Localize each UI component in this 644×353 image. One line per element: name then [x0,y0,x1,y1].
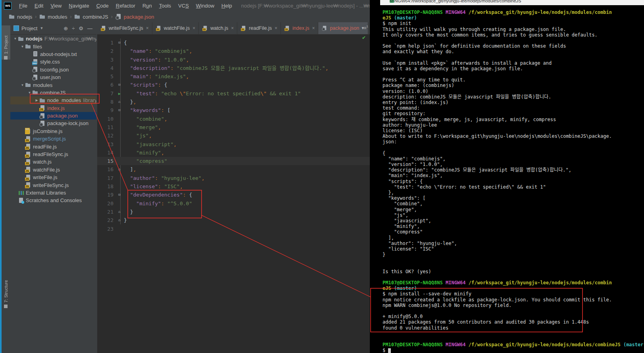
tree-item-external-libraries[interactable]: External Libraries [10,189,96,197]
terminal-title-bar[interactable]: MINGW64:/f/workspace_git/hyungju-lee/nod… [380,0,644,5]
breadcrumb-item-combinejs[interactable]: combineJS [74,14,108,20]
project-panel-title[interactable]: Project [21,25,37,31]
code-line-8[interactable]: 8⌂ }, [97,98,370,106]
code-area[interactable]: 1⊟{2 "name": "combinejs",3 "version": "1… [97,34,370,353]
collapse-all-icon[interactable]: ÷ [72,25,75,31]
chevron-down-icon[interactable]: ▼ [40,26,43,30]
tree-item-scratches-and-consoles[interactable]: Scratches and Consoles [10,197,96,204]
tree-item-readfile-js[interactable]: readFile.js [10,143,96,150]
terminal-window[interactable]: MINGW64:/f/workspace_git/hyungju-lee/nod… [370,0,644,353]
tree-item-style-css[interactable]: style.css [10,58,96,66]
tab-watchfile-js[interactable]: watchFile.js× [152,22,199,34]
breadcrumb-item-modules[interactable]: modules [39,14,67,20]
fold-close-icon[interactable]: ⌂ [116,98,123,106]
code-line-14[interactable]: 14 "minify", [97,149,370,157]
code-line-19[interactable]: 19⊟ "devDependencies": { [97,191,370,199]
menu-item-code[interactable]: Code [93,3,112,9]
hide-icon[interactable]: — [87,25,92,31]
tree-item-combinejs[interactable]: ▼combineJS [10,89,96,96]
settings-icon[interactable]: ⚙ [79,25,83,31]
tree-open-arrow-icon[interactable]: ▼ [20,83,25,87]
tree-item-package-json[interactable]: package.json [10,112,96,120]
tree-item-index-js[interactable]: index.js [10,104,96,112]
code-line-21[interactable]: 21⌂ } [97,208,370,216]
tree-item-watchfile-js[interactable]: watchFile.js [10,166,96,174]
code-line-15[interactable]: 15 "compress" [97,157,370,165]
menu-item-help[interactable]: Help [218,3,236,9]
tree-item-label: user.json [40,74,61,80]
code-line-16[interactable]: 16⌂ ], [97,165,370,174]
tool-tab-favorites[interactable]: Favorites [2,332,10,353]
tree-item-about-nodejs-txt[interactable]: about-nodejs.txt [10,50,96,58]
code-line-5[interactable]: 5 "main": "index.js", [97,72,370,81]
menu-item-refactor[interactable]: Refactor [112,3,139,9]
hidden-tabs-dropdown-icon[interactable]: ▾≡1 [362,25,368,31]
tree-item-mergescript-js[interactable]: mergeScript.js [10,135,96,143]
tab-package-json[interactable]: package.json× [318,22,368,34]
tree-closed-arrow-icon[interactable]: ▶ [34,98,39,102]
code-line-23[interactable]: 23 [97,225,370,233]
tree-item-files[interactable]: ▼files [10,42,96,50]
tree-item-jscombine-js[interactable]: jsCombine.js [10,127,96,135]
code-line-7[interactable]: 7▶ "test": "echo \"Error: no test specif… [97,89,370,98]
fold-open-icon[interactable]: ⊟ [116,39,123,47]
tree-item-node-modules[interactable]: ▶node_moduleslibrary ro [10,96,96,104]
code-line-12[interactable]: 12 "js", [97,131,370,140]
code-line-4[interactable]: 4 "description": "combineJS 모듈은 javascri… [97,64,370,72]
tree-item-readfilesync-js[interactable]: readFileSync.js [10,150,96,158]
gutter-run[interactable]: ▶ [116,89,123,98]
code-line-10[interactable]: 10 "combine", [97,115,370,123]
menu-item-vcs[interactable]: VCS [175,3,192,9]
menu-item-navigate[interactable]: Navigate [65,3,92,9]
code-line-11[interactable]: 11 "merge", [97,123,370,131]
fold-open-icon[interactable]: ⊟ [116,81,123,89]
menu-item-view[interactable]: View [47,3,65,9]
menu-item-run[interactable]: Run [139,3,156,9]
tree-item-user-json[interactable]: user.json [10,73,96,81]
menu-item-edit[interactable]: Edit [31,3,47,9]
tab-writefilesync-js[interactable]: writeFileSync.js× [97,22,152,34]
locate-icon[interactable]: ⊕ [63,25,68,31]
tree-item-watch-js[interactable]: watch.js [10,158,96,166]
terminal-line-5: It only covers the most common items, an… [383,32,642,38]
code-line-6[interactable]: 6⊟ "scripts": { [97,81,370,89]
menu-item-file[interactable]: File [15,3,31,9]
code-line-22[interactable]: 22⌂} [97,216,370,224]
tab-watch-js[interactable]: watch.js× [199,22,237,34]
code-line-3[interactable]: 3 "version": "1.0.0", [97,56,370,64]
code-line-17[interactable]: 17 "author": "hyungju-lee", [97,174,370,182]
close-icon[interactable]: × [231,25,234,31]
breadcrumb-item-package-json[interactable]: package.json [115,14,154,20]
menu-item-tools[interactable]: Tools [156,3,175,9]
tree-item-tsconfig-json[interactable]: tsconfig.json [10,66,96,73]
tree-open-arrow-icon[interactable]: ▼ [20,45,25,48]
menu-item-window[interactable]: Window [192,3,218,9]
tree-open-arrow-icon[interactable]: ▼ [13,37,18,41]
close-icon[interactable]: × [192,25,195,31]
fold-open-icon[interactable]: ⊟ [116,106,123,114]
fold-close-icon[interactable]: ⌂ [116,208,123,216]
fold-open-icon[interactable]: ⊟ [116,191,123,199]
code-line-13[interactable]: 13 "javascript", [97,140,370,149]
tree-open-arrow-icon[interactable]: ▼ [27,91,32,95]
tool-tab-project[interactable]: 1: Project [2,25,10,60]
tree-item-modules[interactable]: ▼modules [10,81,96,89]
code-line-1[interactable]: 1⊟{ [97,39,370,47]
tool-tab-structure[interactable]: 7: Structure [2,260,10,308]
code-line-2[interactable]: 2 "name": "combinejs", [97,47,370,55]
code-line-9[interactable]: 9⊟ "keywords": [ [97,106,370,114]
tab-index-js[interactable]: index.js× [281,22,318,34]
code-line-20[interactable]: 20 "minify": "^5.0.0" [97,199,370,208]
close-icon[interactable]: × [275,25,277,31]
tree-item-nodejs[interactable]: ▼nodejsF:₩workspace_git₩hyung [10,35,96,42]
close-icon[interactable]: × [312,25,315,31]
code-line-18[interactable]: 18 "license": "ISC", [97,182,370,191]
fold-close-icon[interactable]: ⌂ [116,165,123,174]
tree-item-writefilesync-js[interactable]: writeFileSync.js [10,181,96,189]
breadcrumb-item-nodejs[interactable]: nodejs [9,14,32,20]
tree-item-package-lock-json[interactable]: package-lock.json [10,120,96,127]
tab-readfile-js[interactable]: readFile.js× [237,22,281,34]
tree-item-writefile-js[interactable]: writeFile.js [10,174,96,181]
close-icon[interactable]: × [146,25,149,31]
fold-close-icon[interactable]: ⌂ [116,216,123,224]
